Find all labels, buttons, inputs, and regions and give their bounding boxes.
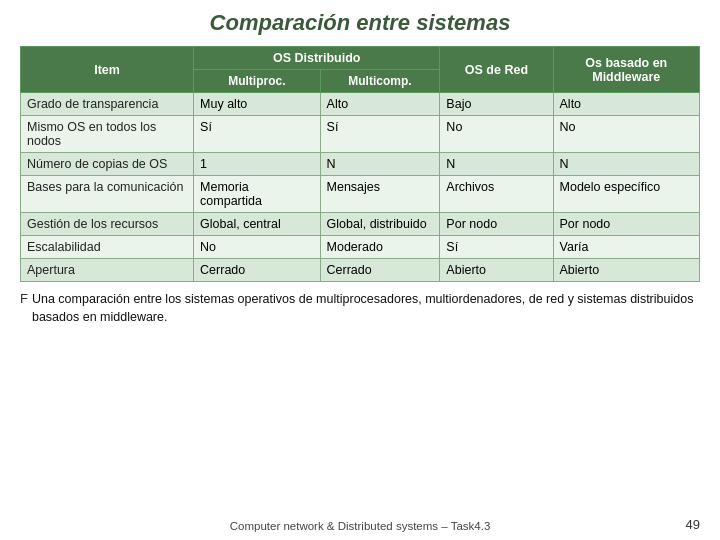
cell-item-0: Grado de transparencia bbox=[21, 93, 194, 116]
cell-multicomp-2: N bbox=[320, 153, 440, 176]
cell-osred-3: Archivos bbox=[440, 176, 553, 213]
table-row: Escalabilidad No Moderado Sí Varía bbox=[21, 236, 700, 259]
cell-osbase-0: Alto bbox=[553, 93, 699, 116]
page-number: 49 bbox=[670, 517, 700, 532]
header-item: Item bbox=[21, 47, 194, 93]
cell-multiproc-4: Global, central bbox=[194, 213, 320, 236]
cell-multiproc-1: Sí bbox=[194, 116, 320, 153]
page-title: Comparación entre sistemas bbox=[210, 10, 511, 36]
cell-multicomp-4: Global, distribuido bbox=[320, 213, 440, 236]
header-multicomp: Multicomp. bbox=[320, 70, 440, 93]
header-multiproc: Multiproc. bbox=[194, 70, 320, 93]
cell-multicomp-3: Mensajes bbox=[320, 176, 440, 213]
header-os-distribuido: OS Distribuido bbox=[194, 47, 440, 70]
bottom-bar: Computer network & Distributed systems –… bbox=[20, 513, 700, 532]
table-body: Grado de transparencia Muy alto Alto Baj… bbox=[21, 93, 700, 282]
page: Comparación entre sistemas Item OS Distr… bbox=[0, 0, 720, 540]
cell-osbase-6: Abierto bbox=[553, 259, 699, 282]
cell-item-1: Mismo OS en todos los nodos bbox=[21, 116, 194, 153]
cell-multiproc-6: Cerrado bbox=[194, 259, 320, 282]
footer-arrow: F bbox=[20, 291, 28, 306]
cell-multiproc-0: Muy alto bbox=[194, 93, 320, 116]
cell-osred-6: Abierto bbox=[440, 259, 553, 282]
cell-item-2: Número de copias de OS bbox=[21, 153, 194, 176]
bottom-caption: Computer network & Distributed systems –… bbox=[50, 520, 670, 532]
comparison-table: Item OS Distribuido OS de Red Os basado … bbox=[20, 46, 700, 282]
cell-item-5: Escalabilidad bbox=[21, 236, 194, 259]
cell-item-6: Apertura bbox=[21, 259, 194, 282]
cell-osbase-5: Varía bbox=[553, 236, 699, 259]
cell-multicomp-6: Cerrado bbox=[320, 259, 440, 282]
cell-multicomp-0: Alto bbox=[320, 93, 440, 116]
cell-item-4: Gestión de los recursos bbox=[21, 213, 194, 236]
table-row: Apertura Cerrado Cerrado Abierto Abierto bbox=[21, 259, 700, 282]
table-row: Gestión de los recursos Global, central … bbox=[21, 213, 700, 236]
header-os-red: OS de Red bbox=[440, 47, 553, 93]
footer-text: Una comparación entre los sistemas opera… bbox=[32, 290, 700, 326]
table-row: Número de copias de OS 1 N N N bbox=[21, 153, 700, 176]
table-row: Grado de transparencia Muy alto Alto Baj… bbox=[21, 93, 700, 116]
cell-osred-1: No bbox=[440, 116, 553, 153]
cell-osbase-4: Por nodo bbox=[553, 213, 699, 236]
cell-multiproc-3: Memoria compartida bbox=[194, 176, 320, 213]
cell-osred-0: Bajo bbox=[440, 93, 553, 116]
cell-multicomp-1: Sí bbox=[320, 116, 440, 153]
cell-osbase-1: No bbox=[553, 116, 699, 153]
cell-osbase-2: N bbox=[553, 153, 699, 176]
cell-osbase-3: Modelo específico bbox=[553, 176, 699, 213]
table-container: Item OS Distribuido OS de Red Os basado … bbox=[20, 46, 700, 282]
cell-osred-2: N bbox=[440, 153, 553, 176]
cell-osred-4: Por nodo bbox=[440, 213, 553, 236]
cell-multiproc-2: 1 bbox=[194, 153, 320, 176]
table-row: Bases para la comunicación Memoria compa… bbox=[21, 176, 700, 213]
header-os-basado: Os basado en Middleware bbox=[553, 47, 699, 93]
cell-multicomp-5: Moderado bbox=[320, 236, 440, 259]
cell-osred-5: Sí bbox=[440, 236, 553, 259]
cell-item-3: Bases para la comunicación bbox=[21, 176, 194, 213]
table-row: Mismo OS en todos los nodos Sí Sí No No bbox=[21, 116, 700, 153]
footer-note: F Una comparación entre los sistemas ope… bbox=[20, 290, 700, 326]
cell-multiproc-5: No bbox=[194, 236, 320, 259]
